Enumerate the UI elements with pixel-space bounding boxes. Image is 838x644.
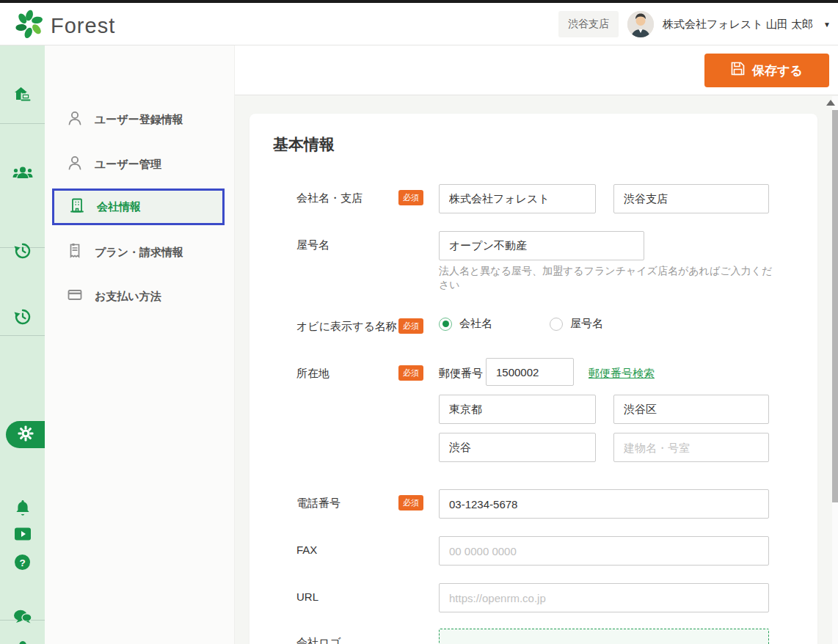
credit-card-icon [66,286,84,307]
radio-trade-name[interactable] [550,318,563,331]
sidebar-item-user-management[interactable]: ユーザー管理 [52,148,227,180]
branch-badge[interactable]: 渋谷支店 [558,11,619,37]
sidebar-item-label: プラン・請求情報 [95,246,183,260]
sidebar-item-label: 会社情報 [97,200,141,214]
settings-subnav: ユーザー登録情報 ユーザー管理 会社情報 [45,45,235,644]
action-band: 保存する [235,45,838,95]
trade-name-input[interactable] [439,231,644,260]
chevron-down-icon[interactable]: ▼ [823,21,831,29]
sidebar-item-plan-billing[interactable]: プラン・請求情報 [52,236,227,268]
required-badge: 必須 [398,495,423,511]
floppy-disk-icon [731,62,745,79]
settings-active-pill[interactable] [6,421,45,448]
save-button-label: 保存する [752,62,803,79]
gear-icon [18,425,34,444]
scrollbar-arrow-icon[interactable] [826,100,835,106]
tel-label: 電話番号 [296,497,340,511]
history-icon[interactable] [0,242,45,260]
rail-divider [0,335,45,336]
sidebar-item-company-info[interactable]: 会社情報 [52,189,225,225]
prefecture-input[interactable] [439,395,596,424]
town-input[interactable] [439,433,596,462]
postal-code-input[interactable] [486,358,574,386]
scrollbar-thumb[interactable] [832,110,838,502]
radio-company-name-label[interactable]: 会社名 [459,317,492,331]
postal-code-search-link[interactable]: 郵便番号検索 [589,367,655,381]
sidebar-item-label: お支払い方法 [95,290,161,304]
chat-icon[interactable] [0,609,45,625]
company-logo-label: 会社ロゴ [296,636,341,644]
sidebar-item-user-registration[interactable]: ユーザー登録情報 [52,103,227,136]
sidebar-item-label: ユーザー管理 [95,158,161,172]
required-badge: 必須 [398,365,423,381]
team-icon[interactable] [0,165,45,181]
save-button[interactable]: 保存する [704,54,829,87]
branch-name-input[interactable] [613,184,769,213]
logo-text: Forest [51,14,115,38]
trade-name-label: 屋号名 [296,238,329,252]
rail-divider [0,123,45,124]
history-icon-2[interactable] [0,308,45,326]
sidebar-item-label: ユーザー登録情報 [95,113,183,127]
url-input[interactable] [439,583,769,612]
main-area: 保存する 基本情報 会社名・支店 必須 屋号名 法人名と異なる屋号、加盟するフラ… [235,45,838,644]
company-name-input[interactable] [439,184,596,213]
video-icon[interactable] [0,527,45,541]
building-icon [68,197,86,217]
avatar[interactable] [627,11,654,37]
trade-name-helper: 法人名と異なる屋号、加盟するフランチャイズ店名があればご入力ください [439,264,778,292]
user-name[interactable]: 株式会社フォレスト 山田 太郎 [663,18,813,32]
app-logo[interactable]: Forest [15,9,115,43]
partial-icon [0,640,45,644]
forest-leaves-icon [15,9,44,43]
required-badge: 必須 [398,318,423,334]
sidebar-item-payment-method[interactable]: お支払い方法 [52,280,227,312]
address-label: 所在地 [296,367,329,381]
radio-trade-name-label[interactable]: 屋号名 [570,317,603,331]
section-title: 基本情報 [273,134,335,155]
invoice-icon [66,242,84,263]
city-input[interactable] [613,395,769,424]
help-icon[interactable]: ? [0,554,45,571]
building-input[interactable] [613,433,769,462]
fax-input[interactable] [439,536,769,566]
icon-rail: ? [0,45,45,644]
basic-info-card: 基本情報 会社名・支店 必須 屋号名 法人名と異なる屋号、加盟するフランチャイズ… [249,114,817,644]
fax-label: FAX [296,544,317,556]
postal-code-label: 郵便番号 [439,367,483,381]
url-label: URL [296,590,318,603]
required-badge: 必須 [398,190,423,205]
home-workspace-icon[interactable] [0,87,45,104]
app-header: Forest 渋谷支店 株式会社フォレスト 山田 太郎 ▼ [0,3,838,45]
bell-icon[interactable] [0,499,45,516]
svg-text:?: ? [19,557,25,568]
obi-name-label: オビに表示する名称 [296,320,397,334]
user-icon [66,109,84,130]
tel-input[interactable] [439,489,769,519]
user-icon [66,154,84,175]
radio-company-name[interactable] [439,318,452,331]
logo-upload-dropzone[interactable] [439,629,769,644]
company-name-label: 会社名・支店 [296,191,362,205]
